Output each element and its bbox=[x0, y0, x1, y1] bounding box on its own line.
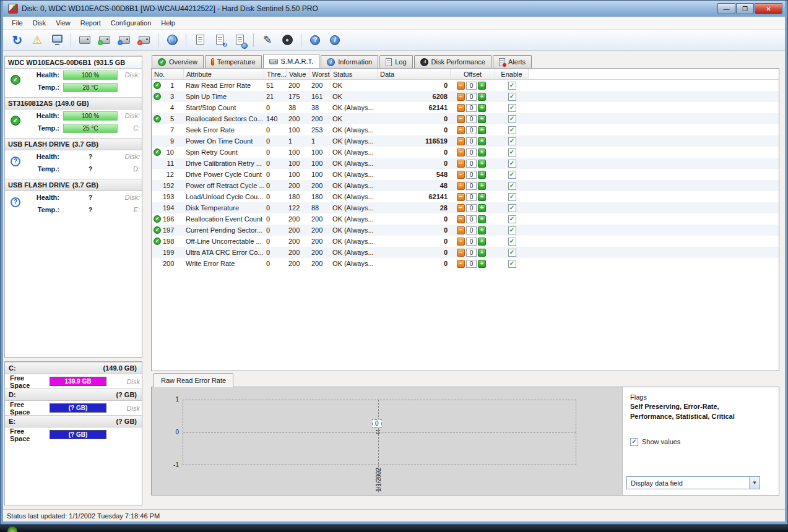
enable-checkbox[interactable]: ✓ bbox=[508, 226, 516, 234]
offset-value[interactable]: 0 bbox=[466, 82, 477, 90]
disk-tool-2-icon[interactable] bbox=[95, 32, 114, 49]
menu-item-configuration[interactable]: Configuration bbox=[106, 18, 156, 28]
table-row[interactable]: ✓3Spin Up Time21175161OK6208−0+✓ bbox=[152, 91, 779, 102]
offset-increase-button[interactable]: + bbox=[478, 171, 486, 179]
table-row[interactable]: 11Drive Calibration Retry ...0100100OK (… bbox=[152, 158, 779, 169]
enable-checkbox[interactable]: ✓ bbox=[508, 126, 516, 134]
table-row[interactable]: 7Seek Error Rate0100253OK (Always...0−0+… bbox=[152, 124, 779, 135]
enable-checkbox[interactable]: ✓ bbox=[508, 160, 516, 168]
partition-header[interactable]: D:(? GB) bbox=[5, 388, 142, 401]
offset-increase-button[interactable]: + bbox=[478, 115, 486, 123]
table-row[interactable]: 199Ultra ATA CRC Error Co...0200200OK (A… bbox=[152, 247, 779, 258]
offset-decrease-button[interactable]: − bbox=[457, 171, 465, 179]
table-row[interactable]: ✓197Current Pending Sector...0200200OK (… bbox=[152, 225, 779, 236]
offset-decrease-button[interactable]: − bbox=[457, 115, 465, 123]
disk-entry[interactable]: WDC WD10EACS-00D6B1(931.5 GB✓Health:100 … bbox=[5, 56, 142, 93]
column-header-no[interactable]: No. bbox=[152, 69, 184, 79]
enable-checkbox[interactable]: ✓ bbox=[508, 204, 516, 212]
offset-value[interactable]: 0 bbox=[466, 104, 477, 112]
enable-checkbox[interactable]: ✓ bbox=[508, 260, 516, 268]
offset-decrease-button[interactable]: − bbox=[457, 160, 465, 168]
minimize-button[interactable]: — bbox=[717, 3, 735, 14]
refresh-icon[interactable]: ↻ bbox=[8, 32, 27, 49]
table-row[interactable]: 194Disk Temperature012288OK (Always...28… bbox=[152, 202, 779, 213]
offset-decrease-button[interactable]: − bbox=[457, 126, 465, 134]
maximize-button[interactable]: ❐ bbox=[736, 3, 754, 14]
column-header-value[interactable]: Value bbox=[287, 69, 310, 79]
offset-increase-button[interactable]: + bbox=[478, 182, 486, 190]
table-row[interactable]: ✓198Off-Line Uncorrectable ...0200200OK … bbox=[152, 236, 779, 247]
offset-value[interactable]: 0 bbox=[466, 148, 477, 157]
offset-decrease-button[interactable]: − bbox=[457, 238, 465, 246]
display-data-field-dropdown[interactable]: Display data field ▼ bbox=[626, 476, 760, 489]
enable-checkbox[interactable]: ✓ bbox=[508, 238, 516, 246]
offset-value[interactable]: 0 bbox=[466, 115, 477, 123]
column-header-attribute[interactable]: Attribute bbox=[184, 69, 264, 79]
start-button[interactable] bbox=[7, 526, 17, 532]
tab-temperature[interactable]: Temperature bbox=[205, 55, 262, 68]
offset-decrease-button[interactable]: − bbox=[457, 148, 465, 157]
enable-checkbox[interactable]: ✓ bbox=[508, 137, 516, 145]
offset-increase-button[interactable]: + bbox=[478, 193, 486, 201]
table-row[interactable]: ✓1Raw Read Error Rate51200200OK0−0+✓ bbox=[152, 80, 779, 91]
tab-disk-performance[interactable]: Disk Performance bbox=[414, 55, 491, 68]
table-row[interactable]: 193Load/Unload Cycle Cou...0180180OK (Al… bbox=[152, 191, 779, 202]
column-header-status[interactable]: Status bbox=[331, 69, 378, 79]
info-icon[interactable]: i bbox=[326, 32, 344, 49]
column-header-enable[interactable]: Enable bbox=[495, 69, 529, 79]
tab-log[interactable]: Log bbox=[379, 55, 412, 68]
globe-icon[interactable] bbox=[163, 32, 181, 49]
close-button[interactable]: ✕ bbox=[755, 3, 782, 14]
partition-header[interactable]: C:(149.0 GB) bbox=[5, 362, 142, 374]
table-row[interactable]: ✓5Reallocated Sectors Co...140200200OK0−… bbox=[152, 113, 779, 124]
column-header-thre[interactable]: Thre... bbox=[264, 69, 287, 79]
offset-value[interactable]: 0 bbox=[466, 193, 477, 201]
offset-decrease-button[interactable]: − bbox=[457, 204, 465, 212]
tab-s-m-a-r-t[interactable]: S.M.A.R.T. bbox=[263, 54, 320, 68]
menu-item-report[interactable]: Report bbox=[76, 18, 106, 28]
enable-checkbox[interactable]: ✓ bbox=[508, 249, 516, 257]
offset-decrease-button[interactable]: − bbox=[457, 104, 465, 112]
offset-value[interactable]: 0 bbox=[466, 182, 477, 190]
signature-icon[interactable]: ✎ bbox=[258, 32, 277, 49]
offset-decrease-button[interactable]: − bbox=[457, 260, 465, 268]
warning-icon[interactable]: ⚠ bbox=[28, 32, 46, 49]
column-header-offset[interactable]: Offset bbox=[451, 69, 495, 79]
help-icon[interactable]: ? bbox=[306, 32, 324, 49]
windows-taskbar[interactable] bbox=[0, 525, 788, 532]
offset-increase-button[interactable]: + bbox=[478, 137, 486, 145]
offset-decrease-button[interactable]: − bbox=[457, 215, 465, 223]
offset-increase-button[interactable]: + bbox=[478, 204, 486, 212]
offset-increase-button[interactable]: + bbox=[478, 238, 486, 246]
disk-entry-header[interactable]: USB FLASH DRIVE(3.7 GB) bbox=[5, 179, 142, 191]
enable-checkbox[interactable]: ✓ bbox=[508, 115, 516, 123]
offset-increase-button[interactable]: + bbox=[478, 104, 486, 112]
offset-decrease-button[interactable]: − bbox=[457, 137, 465, 145]
offset-increase-button[interactable]: + bbox=[478, 148, 486, 157]
offset-increase-button[interactable]: + bbox=[478, 226, 486, 234]
report-refresh-icon[interactable]: ↻ bbox=[210, 32, 229, 49]
disk-entry-header[interactable]: WDC WD10EACS-00D6B1(931.5 GB bbox=[5, 56, 142, 69]
report-web-icon[interactable] bbox=[230, 32, 249, 49]
table-row[interactable]: 200Write Error Rate0200200OK (Always...0… bbox=[152, 258, 779, 269]
enable-checkbox[interactable]: ✓ bbox=[508, 148, 516, 157]
table-row[interactable]: 9Power On Time Count011OK (Always...1165… bbox=[152, 135, 779, 147]
offset-value[interactable]: 0 bbox=[466, 93, 477, 101]
offset-decrease-button[interactable]: − bbox=[457, 182, 465, 190]
disk-tool-3-icon[interactable] bbox=[115, 32, 134, 49]
table-row[interactable]: ✓196Reallocation Event Count0200200OK (A… bbox=[152, 213, 779, 225]
table-row[interactable]: ✓10Spin Retry Count0100100OK (Always...0… bbox=[152, 147, 779, 158]
offset-decrease-button[interactable]: − bbox=[457, 226, 465, 234]
partition-header[interactable]: E:(? GB) bbox=[5, 415, 142, 427]
table-row[interactable]: 4Start/Stop Count03838OK (Always...62141… bbox=[152, 102, 779, 113]
enable-checkbox[interactable]: ✓ bbox=[508, 104, 516, 112]
disk-entry-header[interactable]: ST3160812AS(149.0 GB) bbox=[5, 97, 142, 109]
offset-value[interactable]: 0 bbox=[466, 126, 477, 134]
disk-tool-1-icon[interactable] bbox=[76, 32, 94, 49]
offset-value[interactable]: 0 bbox=[466, 260, 477, 268]
disk-entry[interactable]: ST3160812AS(149.0 GB)✓Health:100 %Disk:T… bbox=[5, 97, 142, 134]
attribute-detail-tab[interactable]: Raw Read Error Rate bbox=[154, 373, 233, 387]
offset-decrease-button[interactable]: − bbox=[457, 93, 465, 101]
offset-increase-button[interactable]: + bbox=[478, 215, 486, 223]
offset-increase-button[interactable]: + bbox=[478, 249, 486, 257]
